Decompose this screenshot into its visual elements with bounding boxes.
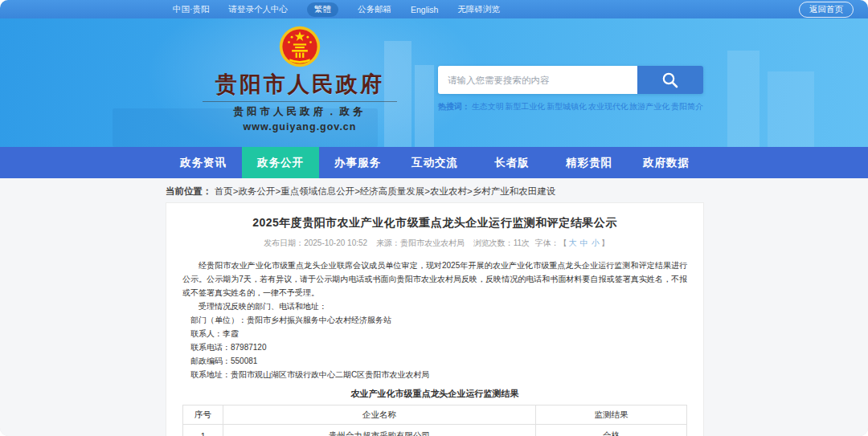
search-input[interactable] bbox=[438, 66, 637, 94]
hot-word-agriculture[interactable]: 农业现代化 bbox=[588, 101, 628, 112]
site-title: 贵阳市人民政府 bbox=[167, 70, 432, 99]
national-emblem-icon bbox=[278, 25, 321, 68]
nav-tab-government-data[interactable]: 政府数据 bbox=[628, 147, 705, 178]
topbar-link-accessibility[interactable]: 无障碍浏览 bbox=[457, 4, 500, 15]
publish-date: 发布日期：2025-10-20 10:52 bbox=[264, 238, 367, 247]
table-header-row: 序号 企业名称 监测结果 bbox=[183, 405, 687, 425]
article-source: 来源：贵阳市农业农村局 bbox=[376, 238, 465, 247]
nav-tab-hudong-jiaoliu[interactable]: 互动交流 bbox=[396, 147, 473, 178]
nav-tab-banshi-fuwu[interactable]: 办事服务 bbox=[319, 147, 396, 178]
main-nav: 政务资讯 政务公开 办事服务 互动交流 长者版 精彩贵阳 政府数据 bbox=[0, 147, 868, 178]
result-table-caption: 农业产业化市级重点龙头企业运行监测结果 bbox=[182, 388, 687, 400]
table-row: 1 贵州合力超市采购有限公司 合格 bbox=[183, 425, 687, 436]
breadcrumb-path[interactable]: 首页>政务公开>重点领域信息公开>经济高质量发展>农业农村>乡村产业和农田建设 bbox=[215, 186, 556, 196]
search-block: 热搜词： 生态文明 新型工业化 新型城镇化 农业现代化 旅游产业化 贵阳简介 bbox=[438, 66, 703, 112]
skyline-building bbox=[727, 51, 760, 147]
contact-postcode: 邮政编码：550081 bbox=[182, 354, 687, 368]
font-size-large[interactable]: 大 bbox=[569, 238, 577, 247]
nav-tab-elder-version[interactable]: 长者版 bbox=[473, 147, 551, 178]
article-paragraph: 经贵阳市农业产业化市级重点龙头企业联席会议成员单位审定，现对2025年开展的农业… bbox=[182, 259, 687, 299]
article-body: 经贵阳市农业产业化市级重点龙头企业联席会议成员单位审定，现对2025年开展的农业… bbox=[182, 259, 687, 381]
content-area: 当前位置： 首页>政务公开>重点领域信息公开>经济高质量发展>农业农村>乡村产业… bbox=[0, 178, 868, 436]
article-title: 2025年度贵阳市农业产业化市级重点龙头企业运行监测和评定结果公示 bbox=[182, 216, 687, 230]
contact-department: 部门（单位）：贵阳市乡村振兴服务中心农村经济服务站 bbox=[182, 313, 687, 327]
site-title-divider bbox=[203, 101, 397, 102]
topbar-link-english[interactable]: English bbox=[411, 5, 438, 14]
site-url: www.guiyang.gov.cn bbox=[167, 121, 432, 132]
article-meta: 发布日期：2025-10-20 10:52 来源：贵阳市农业农村局 浏览次数：1… bbox=[182, 238, 687, 249]
site-subtitle: 贵阳市人民政府．政务 bbox=[167, 105, 432, 119]
contact-address: 联系地址：贵阳市观山湖区市级行政中心二期C区贵阳市农业农村局 bbox=[182, 368, 687, 381]
topbar-link-traditional-chinese[interactable]: 繁體 bbox=[307, 2, 338, 17]
article-card: 2025年度贵阳市农业产业化市级重点龙头企业运行监测和评定结果公示 发布日期：2… bbox=[166, 202, 704, 436]
hot-word-guiyang-intro[interactable]: 贵阳简介 bbox=[671, 101, 703, 112]
row-index: 1 bbox=[183, 425, 223, 436]
view-count: 浏览次数：11次 bbox=[473, 238, 530, 247]
hot-word-tourism[interactable]: 旅游产业化 bbox=[629, 101, 669, 112]
contact-person: 联系人：李霞 bbox=[182, 327, 687, 340]
skyline-building bbox=[768, 71, 814, 147]
search-button[interactable] bbox=[637, 66, 703, 94]
hot-word-industrialization[interactable]: 新型工业化 bbox=[505, 101, 545, 112]
hot-word-ecology[interactable]: 生态文明 bbox=[472, 101, 504, 112]
font-size-label: 字体：【 bbox=[535, 238, 567, 247]
monitoring-result-table: 序号 企业名称 监测结果 1 贵州合力超市采购有限公司 合格 2 贵州友禾种业有… bbox=[182, 405, 687, 436]
font-size-label-close: 】 bbox=[601, 238, 609, 247]
site-logo-block[interactable]: 贵阳市人民政府 贵阳市人民政府．政务 www.guiyang.gov.cn bbox=[167, 25, 432, 132]
nav-tab-zhengwu-zixun[interactable]: 政务资讯 bbox=[165, 147, 242, 178]
col-header-company: 企业名称 bbox=[223, 405, 536, 425]
browser-page: 中国·贵阳 请登录个人中心 繁體 公务邮箱 English 无障碍浏览 返回首页 bbox=[0, 0, 868, 436]
monitor-result: 合格 bbox=[535, 425, 686, 436]
font-size-small[interactable]: 小 bbox=[592, 238, 600, 247]
breadcrumb: 当前位置： 首页>政务公开>重点领域信息公开>经济高质量发展>农业农村>乡村产业… bbox=[166, 185, 555, 198]
search-icon bbox=[661, 71, 680, 90]
search-bar bbox=[438, 66, 703, 94]
company-name: 贵州合力超市采购有限公司 bbox=[223, 425, 536, 436]
breadcrumb-label: 当前位置： bbox=[166, 186, 212, 196]
col-header-result: 监测结果 bbox=[535, 405, 686, 425]
site-banner: 贵阳市人民政府 贵阳市人民政府．政务 www.guiyang.gov.cn 热搜… bbox=[0, 18, 868, 147]
article-paragraph: 受理情况反映的部门、电话和地址： bbox=[182, 299, 687, 313]
col-header-index: 序号 bbox=[183, 405, 223, 425]
hot-word-urbanization[interactable]: 新型城镇化 bbox=[547, 101, 587, 112]
hot-search-label: 热搜词： bbox=[438, 101, 470, 112]
hot-search-row: 热搜词： 生态文明 新型工业化 新型城镇化 农业现代化 旅游产业化 贵阳简介 bbox=[438, 101, 703, 112]
topbar-link-login-personal-center[interactable]: 请登录个人中心 bbox=[229, 4, 289, 15]
topbar-link-china-guiyang[interactable]: 中国·贵阳 bbox=[173, 4, 210, 15]
nav-tab-zhengwu-gongkai[interactable]: 政务公开 bbox=[242, 147, 319, 178]
topbar-link-official-mail[interactable]: 公务邮箱 bbox=[358, 4, 391, 15]
return-home-button[interactable]: 返回首页 bbox=[799, 2, 854, 18]
topbar-links: 中国·贵阳 请登录个人中心 繁體 公务邮箱 English 无障碍浏览 bbox=[173, 2, 500, 17]
nav-tab-jingcai-guiyang[interactable]: 精彩贵阳 bbox=[551, 147, 628, 178]
contact-phone: 联系电话：87987120 bbox=[182, 340, 687, 354]
top-utility-bar: 中国·贵阳 请登录个人中心 繁體 公务邮箱 English 无障碍浏览 返回首页 bbox=[0, 0, 868, 18]
font-size-medium[interactable]: 中 bbox=[580, 238, 588, 247]
